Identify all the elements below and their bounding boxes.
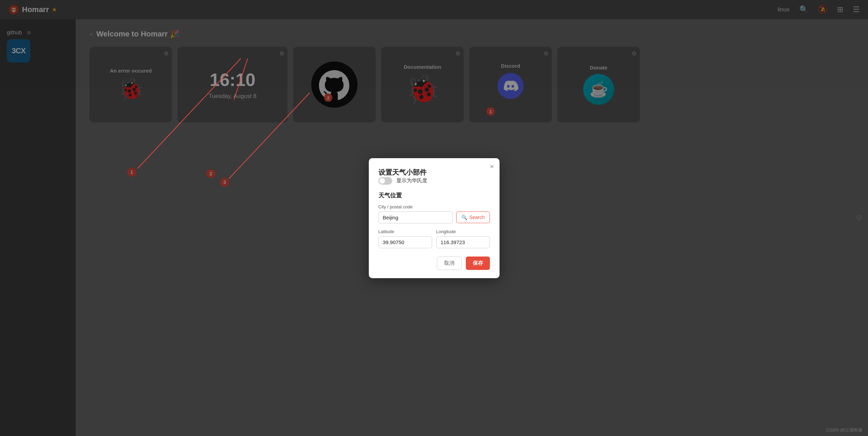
- coordinates-row: Latitude Longitude: [378, 229, 490, 248]
- modal-overlay[interactable]: 设置天气小部件 × 显示为华氏度 天气位置 City / postal code…: [0, 0, 868, 436]
- modal-footer: 取消 保存: [378, 257, 490, 270]
- longitude-label: Longitude: [436, 229, 490, 234]
- weather-location-section-title: 天气位置: [378, 192, 490, 199]
- fahrenheit-toggle-switch[interactable]: [378, 177, 392, 185]
- save-button[interactable]: 保存: [466, 257, 490, 270]
- city-input-row: 🔍 Search: [378, 211, 490, 224]
- longitude-group: Longitude: [436, 229, 490, 248]
- search-button-label: Search: [469, 215, 484, 220]
- city-input[interactable]: [378, 211, 453, 224]
- city-field-label: City / postal code: [378, 204, 490, 209]
- longitude-input[interactable]: [436, 236, 490, 248]
- cancel-button[interactable]: 取消: [437, 257, 462, 270]
- fahrenheit-toggle-label: 显示为华氏度: [396, 177, 427, 184]
- latitude-group: Latitude: [378, 229, 432, 248]
- modal-close-button[interactable]: ×: [490, 163, 494, 170]
- latitude-label: Latitude: [378, 229, 432, 234]
- search-icon-sm: 🔍: [461, 215, 467, 220]
- search-button[interactable]: 🔍 Search: [456, 211, 490, 223]
- modal-title: 设置天气小部件: [378, 168, 427, 176]
- fahrenheit-toggle-row: 显示为华氏度: [378, 177, 490, 185]
- latitude-input[interactable]: [378, 236, 432, 248]
- weather-settings-modal: 设置天气小部件 × 显示为华氏度 天气位置 City / postal code…: [369, 158, 500, 278]
